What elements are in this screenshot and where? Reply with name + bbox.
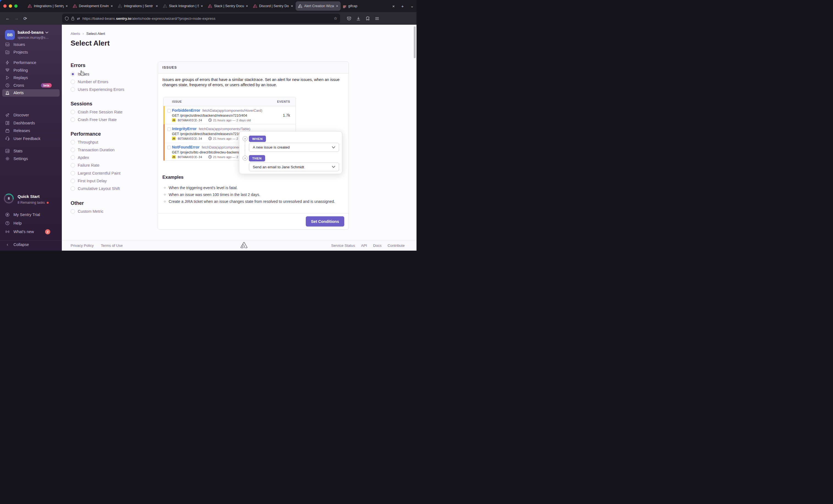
set-conditions-button[interactable]: Set Conditions <box>306 216 344 226</box>
sidebar-item-user-feedback[interactable]: User Feedback <box>5 135 40 142</box>
tab-close-icon[interactable]: × <box>336 4 338 8</box>
org-switcher[interactable]: BB baked-beans spencer.murray@s… <box>5 30 56 40</box>
tab-list-menu-icon[interactable]: ⌄ <box>410 4 414 8</box>
radio-icon[interactable] <box>71 80 75 84</box>
radio-option-first-input-delay[interactable]: First Input Delay <box>71 178 107 184</box>
when-condition-select[interactable]: A new issue is created <box>249 143 339 152</box>
sidebar-item-my-sentry-trial[interactable]: My Sentry Trial <box>5 211 40 218</box>
sidebar-item-alerts[interactable]: Alerts <box>5 90 24 96</box>
sidebar-item-crons[interactable]: Crons beta <box>5 82 52 89</box>
radio-option-largest-contentful-paint[interactable]: Largest Contentful Paint <box>71 170 121 177</box>
sidebar-item-stats[interactable]: Stats <box>5 148 23 154</box>
download-icon[interactable] <box>356 16 361 21</box>
tab-close-icon[interactable]: × <box>111 4 113 8</box>
sidebar-item-whats-new[interactable]: What's new <box>5 228 34 235</box>
tab-close-icon[interactable]: × <box>291 4 293 8</box>
scrollbar-thumb[interactable] <box>414 26 416 58</box>
back-icon[interactable]: ← <box>3 16 12 21</box>
extensions-puzzle-icon[interactable] <box>365 16 370 21</box>
tab-slack-docs[interactable]: Slack | Sentry Docu × <box>206 0 251 12</box>
radio-icon[interactable] <box>71 148 75 152</box>
radio-icon[interactable] <box>71 140 75 144</box>
radio-icon[interactable] <box>71 118 75 122</box>
radio-icon[interactable] <box>71 155 75 160</box>
tab-close-icon[interactable]: × <box>246 4 248 8</box>
radio-icon[interactable] <box>71 171 75 175</box>
tab-alert-creation-wizard-active[interactable]: Alert Creation Wizar × <box>295 1 341 11</box>
tab-integrations-2[interactable]: Integrations | Sentr × <box>115 0 161 12</box>
radio-icon[interactable] <box>71 179 75 183</box>
radio-option-apdex[interactable]: Apdex <box>71 154 89 161</box>
permissions-icon[interactable]: ⇄ <box>77 17 80 21</box>
api-link[interactable]: API <box>361 244 367 248</box>
radio-option-failure-rate[interactable]: Failure Rate <box>71 162 99 169</box>
forward-icon[interactable]: → <box>12 16 21 21</box>
radio-option-users-experiencing-errors[interactable]: Users Experiencing Errors <box>71 86 124 93</box>
radio-option-custom-metric[interactable]: Custom Metric <box>71 208 103 215</box>
radio-option-issues[interactable]: Issues <box>71 71 89 77</box>
lock-icon[interactable] <box>71 17 74 21</box>
tab-close-icon[interactable]: × <box>156 4 158 8</box>
table-row[interactable]: ForbiddenError fetchData(app/components/… <box>164 106 295 125</box>
tab-close-icon[interactable]: × <box>201 4 203 8</box>
terms-of-use-link[interactable]: Terms of Use <box>101 244 123 248</box>
shield-icon[interactable] <box>65 17 69 21</box>
sidebar-item-releases[interactable]: Releases <box>5 127 30 134</box>
window-zoom-button[interactable] <box>14 4 18 8</box>
issue-link[interactable]: NotFoundError <box>172 145 199 149</box>
tab-development-environment[interactable]: Development Enviro × <box>70 0 115 12</box>
radio-icon[interactable] <box>71 87 75 92</box>
row-checkbox[interactable] <box>167 146 171 149</box>
sidebar-collapse-button[interactable]: ‹ Collapse <box>5 241 29 248</box>
sidebar-item-performance[interactable]: Performance <box>5 59 36 66</box>
row-checkbox[interactable] <box>167 109 171 112</box>
sidebar-item-projects[interactable]: Projects <box>5 49 28 55</box>
sidebar-item-replays[interactable]: Replays <box>5 74 28 81</box>
radio-option-crash-free-session-rate[interactable]: Crash Free Session Rate <box>71 109 122 115</box>
pocket-icon[interactable] <box>347 16 351 21</box>
sidebar-item-settings[interactable]: Settings <box>5 155 28 162</box>
tab-gifcap[interactable]: gc gifcap <box>341 0 374 12</box>
step-chevron-icon: › <box>243 156 247 160</box>
issue-link[interactable]: IntegrityError <box>172 127 196 131</box>
sidebar-item-discover[interactable]: Discover <box>5 112 29 118</box>
tab-close-icon[interactable]: × <box>66 4 68 8</box>
radio-option-number-of-errors[interactable]: Number of Errors <box>71 78 108 85</box>
radio-option-cumulative-layout-shift[interactable]: Cumulative Layout Shift <box>71 185 120 192</box>
tab-integrations-1[interactable]: Integrations | Sentry × <box>25 0 70 12</box>
privacy-policy-link[interactable]: Privacy Policy <box>71 244 94 248</box>
tab-discord-docs[interactable]: Discord | Sentry Do × <box>251 0 295 12</box>
radio-option-transaction-duration[interactable]: Transaction Duration <box>71 147 115 153</box>
window-close-button[interactable] <box>3 4 7 8</box>
then-action-select[interactable]: Send an email to Jane Schmidt <box>249 162 339 171</box>
sidebar-item-help[interactable]: Help <box>5 220 22 226</box>
url-text[interactable]: https://baked-beans.sentry.io/alerts/nod… <box>82 17 331 21</box>
docs-link[interactable]: Docs <box>373 244 382 248</box>
sidebar-item-issues[interactable]: Issues <box>5 41 25 48</box>
radio-icon[interactable] <box>71 186 75 191</box>
url-bar[interactable]: ⇄ https://baked-beans.sentry.io/alerts/n… <box>62 14 340 23</box>
new-tab-button[interactable]: + <box>401 4 404 8</box>
contribute-link[interactable]: Contribute <box>388 244 405 248</box>
quickstart-title[interactable]: Quick Start <box>18 194 40 199</box>
radio-option-crash-free-user-rate[interactable]: Crash Free User Rate <box>71 117 117 123</box>
radio-icon[interactable] <box>71 110 75 114</box>
menu-hamburger-icon[interactable] <box>375 16 379 21</box>
service-status-link[interactable]: Service Status <box>331 244 355 248</box>
quickstart-progress-ring[interactable]: 8 <box>4 194 14 203</box>
org-name: baked-beans <box>18 30 44 35</box>
radio-icon[interactable] <box>71 163 75 168</box>
window-minimize-button[interactable] <box>9 4 12 8</box>
radio-icon[interactable] <box>71 209 75 213</box>
bookmark-star-icon[interactable]: ☆ <box>334 16 337 21</box>
issue-link[interactable]: ForbiddenError <box>172 108 200 112</box>
reload-icon[interactable]: ⟳ <box>21 16 30 21</box>
radio-option-throughput[interactable]: Throughput <box>71 139 98 146</box>
row-checkbox[interactable] <box>167 127 171 131</box>
sidebar-item-dashboards[interactable]: Dashboards <box>5 120 35 126</box>
tabstrip-close-icon[interactable]: × <box>392 4 395 8</box>
breadcrumb-alerts-link[interactable]: Alerts <box>71 31 80 36</box>
radio-selected-icon[interactable] <box>71 72 75 76</box>
sidebar-item-profiling[interactable]: Profiling <box>5 67 28 74</box>
tab-slack-integration[interactable]: Slack Integration | S × <box>161 0 206 12</box>
